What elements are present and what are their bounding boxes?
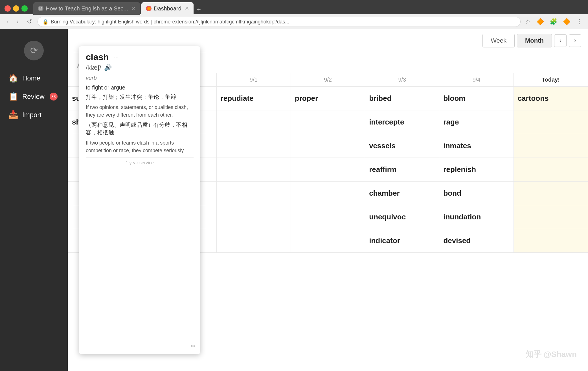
sidebar-import-label: Import <box>22 111 41 119</box>
word-card-example2: If two people or teams clash in a sports… <box>86 139 194 154</box>
cal-cell-5-2 <box>217 205 291 229</box>
cal-cell-1-2 <box>217 110 291 134</box>
review-icon: 📋 <box>8 92 18 101</box>
sidebar-logo: ⟳ <box>0 35 68 69</box>
word-proper[interactable]: proper <box>295 91 361 106</box>
close-button[interactable] <box>5 5 11 12</box>
col-header-5: 9/4 <box>439 73 514 87</box>
minimize-button[interactable] <box>13 5 19 12</box>
word-card-header: clash -- <box>86 52 194 62</box>
sidebar-review-label: Review <box>22 93 45 101</box>
cal-cell-6-3 <box>291 229 365 253</box>
word-devised[interactable]: devised <box>443 233 509 248</box>
new-tab-button[interactable]: + <box>195 5 203 15</box>
word-card-def1: to fight or argue <box>86 84 194 91</box>
cal-cell-1-6 <box>514 110 588 134</box>
word-unequivoc[interactable]: unequivoc <box>369 210 435 224</box>
cal-cell-0-2: repudiate <box>217 87 291 110</box>
word-bloom[interactable]: bloom <box>443 91 509 106</box>
tab-2-close[interactable]: ✕ <box>185 5 189 12</box>
back-button[interactable]: ‹ <box>5 17 11 27</box>
cal-cell-1-5: rage <box>439 110 514 134</box>
cal-cell-2-5: inmates <box>439 134 514 158</box>
address-field[interactable]: 🔒 Burning Vocabulary: highlight English … <box>38 17 521 27</box>
watermark: 知乎 @Shawn <box>526 349 577 360</box>
cal-cell-2-2 <box>217 134 291 158</box>
month-view-button[interactable]: Month <box>517 34 552 47</box>
cal-cell-0-4: bribed <box>365 87 439 110</box>
cal-cell-0-3: proper <box>291 87 365 110</box>
tab-2-label: Dashboard <box>154 5 181 12</box>
phonetic-text: /klæʃ/ <box>86 64 101 71</box>
col-header-6: Today! <box>514 73 588 87</box>
import-icon: 📥 <box>8 110 18 119</box>
tab-1-icon: M <box>38 6 43 11</box>
prev-button[interactable]: ‹ <box>554 34 567 47</box>
cal-cell-3-3 <box>291 158 365 182</box>
extension-button-2[interactable]: 🧩 <box>548 17 558 27</box>
extension-button-1[interactable]: 🔶 <box>535 17 545 27</box>
cal-cell-4-4: chamber <box>365 182 439 205</box>
tab-2-icon: 🔶 <box>146 6 152 11</box>
sidebar-item-home[interactable]: 🏠 Home <box>0 69 68 87</box>
word-card-chinese2: （两种意见、声明或品质）有分歧，不相容，相抵触 <box>86 121 194 136</box>
word-repudiate[interactable]: repudiate <box>221 91 287 106</box>
sidebar-item-import[interactable]: 📥 Import <box>0 106 68 124</box>
cal-cell-5-6 <box>514 205 588 229</box>
cal-cell-5-4: unequivoc <box>365 205 439 229</box>
word-reaffirm[interactable]: reaffirm <box>369 162 435 177</box>
word-card-edit-button[interactable]: ✏ <box>191 343 196 350</box>
col-header-3: 9/2 <box>291 73 365 87</box>
col-header-4: 9/3 <box>365 73 439 87</box>
word-vessels[interactable]: vessels <box>369 139 435 153</box>
word-replenish[interactable]: replenish <box>443 162 509 177</box>
logo-icon: ⟳ <box>24 41 44 60</box>
cal-cell-6-5: devised <box>439 229 514 253</box>
word-card-title: clash <box>86 52 109 62</box>
bookmark-button[interactable]: ☆ <box>524 17 532 27</box>
word-chamber[interactable]: chamber <box>369 186 435 200</box>
col-header-2: 9/1 <box>217 73 291 87</box>
sound-icon[interactable]: 🔊 <box>104 64 112 71</box>
word-card-pos: verb <box>86 75 194 81</box>
maximize-button[interactable] <box>21 5 28 12</box>
cal-cell-6-2 <box>217 229 291 253</box>
word-indicator[interactable]: indicator <box>369 233 435 248</box>
week-view-button[interactable]: Week <box>482 34 515 47</box>
traffic-lights <box>5 5 28 12</box>
word-inmates[interactable]: inmates <box>443 139 509 153</box>
cal-cell-0-6: cartoons <box>514 87 588 110</box>
word-intercepte[interactable]: intercepte <box>369 115 435 129</box>
address-bar: ‹ › ↺ 🔒 Burning Vocabulary: highlight En… <box>0 14 588 29</box>
cal-cell-3-6 <box>514 158 588 182</box>
cal-cell-4-5: bond <box>439 182 514 205</box>
cal-cell-3-2 <box>217 158 291 182</box>
tab-1[interactable]: M How to Teach English as a Sec... ✕ <box>33 2 140 15</box>
more-button[interactable]: ⋮ <box>575 17 583 27</box>
forward-button[interactable]: › <box>14 17 21 27</box>
word-cartoons[interactable]: cartoons <box>518 91 584 106</box>
content-area: Week Month ‹ › Aug 30 – Sep 5, 2020 8/30… <box>68 29 588 371</box>
word-bribed[interactable]: bribed <box>369 91 435 106</box>
cal-cell-4-2 <box>217 182 291 205</box>
next-button[interactable]: › <box>569 34 581 47</box>
cal-cell-6-4: indicator <box>365 229 439 253</box>
cal-cell-4-6 <box>514 182 588 205</box>
tab-1-close[interactable]: ✕ <box>131 5 136 12</box>
tab-2[interactable]: 🔶 Dashboard ✕ <box>141 2 194 15</box>
address-display: Burning Vocabulary: highlight English wo… <box>51 19 289 25</box>
cal-cell-2-4: vessels <box>365 134 439 158</box>
cal-cell-3-5: replenish <box>439 158 514 182</box>
word-card-example1: If two opinions, statements, or qualitie… <box>86 104 194 119</box>
refresh-button[interactable]: ↺ <box>25 17 34 27</box>
tab-bar: M How to Teach English as a Sec... ✕ 🔶 D… <box>33 2 203 15</box>
extension-button-3[interactable]: 🔶 <box>562 17 572 27</box>
word-inundation[interactable]: inundation <box>443 210 509 224</box>
word-bond[interactable]: bond <box>443 186 509 200</box>
word-card-chinese1: 打斗，打架；发生冲突；争论，争辩 <box>86 93 194 101</box>
word-rage[interactable]: rage <box>443 115 509 129</box>
cal-cell-6-6 <box>514 229 588 253</box>
cal-cell-0-5: bloom <box>439 87 514 110</box>
sidebar-item-review[interactable]: 📋 Review 33 <box>0 87 68 106</box>
cal-cell-2-6 <box>514 134 588 158</box>
